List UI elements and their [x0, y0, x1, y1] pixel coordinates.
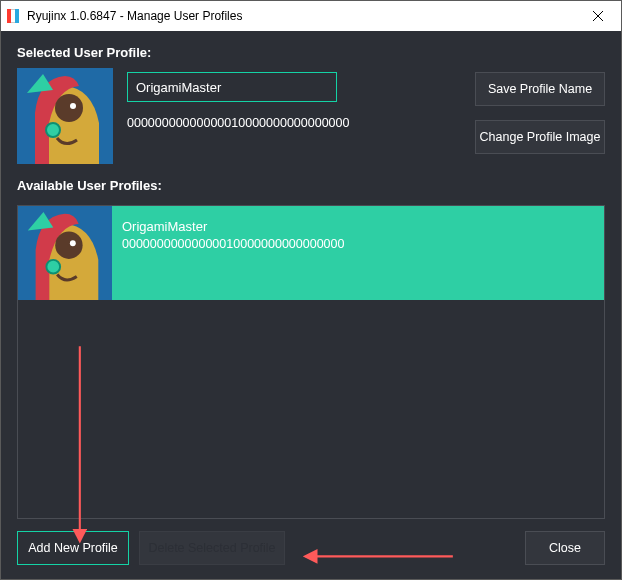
selected-profile-row: 00000000000000010000000000000000 Save Pr…	[17, 68, 605, 164]
selected-profile-label: Selected User Profile:	[17, 45, 605, 60]
svg-point-5	[46, 123, 60, 137]
avatar-image	[17, 68, 113, 164]
add-new-profile-button[interactable]: Add New Profile	[17, 531, 129, 565]
profile-item-meta: OrigamiMaster 00000000000000010000000000…	[112, 206, 604, 300]
available-profiles-list[interactable]: OrigamiMaster 00000000000000010000000000…	[17, 205, 605, 519]
content-area: Selected User Profile: 00000000000000010…	[1, 31, 621, 579]
svg-point-8	[70, 240, 76, 246]
selected-profile-fields: 00000000000000010000000000000000	[127, 68, 461, 130]
save-profile-name-button[interactable]: Save Profile Name	[475, 72, 605, 106]
close-button[interactable]: Close	[525, 531, 605, 565]
close-icon	[593, 11, 603, 21]
profile-item-avatar	[18, 206, 112, 300]
window-frame: Ryujinx 1.0.6847 - Manage User Profiles …	[0, 0, 622, 580]
window-title: Ryujinx 1.0.6847 - Manage User Profiles	[27, 9, 242, 23]
profile-uid: 00000000000000010000000000000000	[127, 116, 461, 130]
svg-point-3	[55, 94, 83, 122]
avatar-image	[18, 206, 112, 300]
svg-point-9	[46, 260, 60, 274]
profile-item-name: OrigamiMaster	[122, 218, 594, 236]
app-icon	[7, 9, 21, 23]
available-profiles-label: Available User Profiles:	[17, 178, 605, 193]
profile-item-uid: 00000000000000010000000000000000	[122, 236, 594, 253]
bottom-button-row: Add New Profile Delete Selected Profile …	[17, 531, 605, 565]
delete-selected-profile-button: Delete Selected Profile	[139, 531, 285, 565]
profile-name-input[interactable]	[127, 72, 337, 102]
profile-action-buttons: Save Profile Name Change Profile Image	[475, 68, 605, 154]
title-bar: Ryujinx 1.0.6847 - Manage User Profiles	[1, 1, 621, 31]
window-close-button[interactable]	[575, 1, 621, 31]
svg-point-4	[70, 103, 76, 109]
change-profile-image-button[interactable]: Change Profile Image	[475, 120, 605, 154]
profile-list-item[interactable]: OrigamiMaster 00000000000000010000000000…	[18, 206, 604, 300]
selected-profile-avatar	[17, 68, 113, 164]
svg-point-7	[55, 231, 82, 258]
